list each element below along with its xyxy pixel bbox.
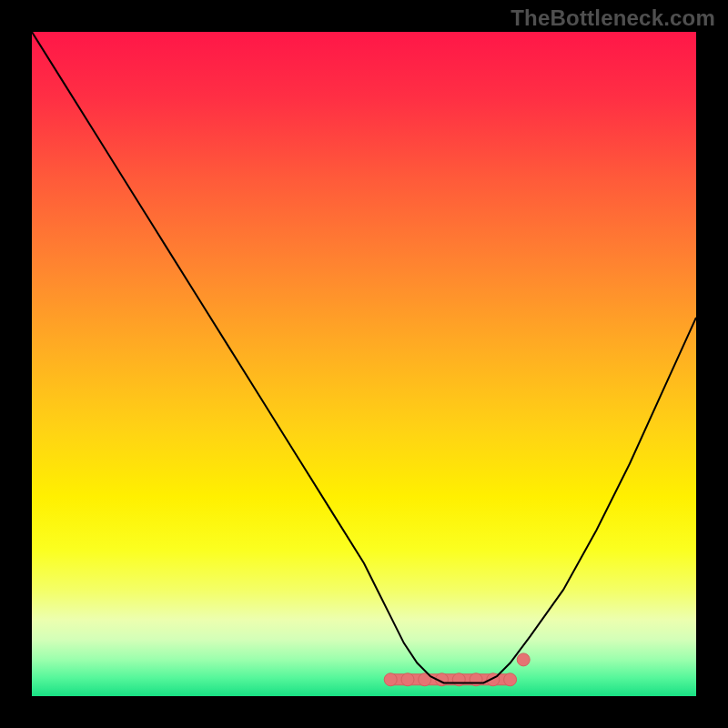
bottleneck-curve-layer <box>32 32 696 696</box>
flat-region-dot <box>470 673 482 686</box>
flat-region-dot <box>452 673 465 686</box>
bottleneck-curve <box>32 32 696 682</box>
chart-frame: TheBottleneck.com <box>0 0 728 728</box>
watermark-text: TheBottleneck.com <box>511 5 715 31</box>
flat-region-dot <box>504 673 517 686</box>
flat-region-dot <box>401 673 414 686</box>
flat-region-dot <box>517 653 530 666</box>
flat-region-markers <box>384 653 530 686</box>
plot-area <box>32 32 696 696</box>
flat-region-dot <box>384 673 397 686</box>
